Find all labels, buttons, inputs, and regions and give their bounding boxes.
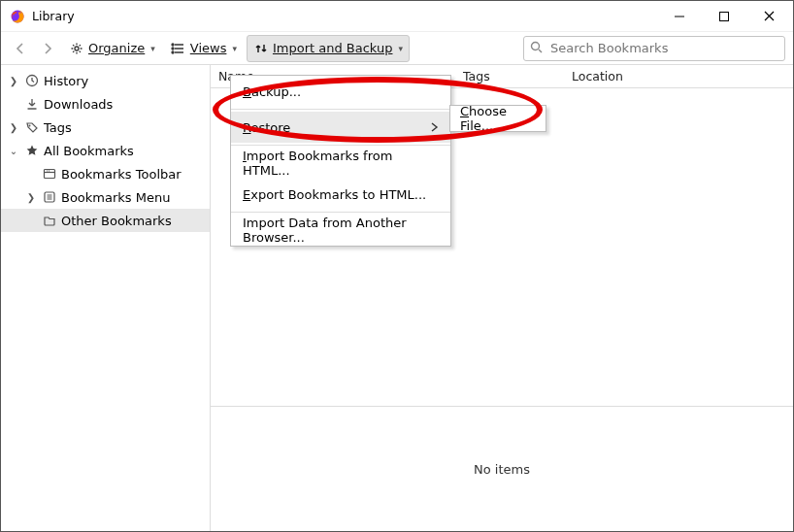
tree-label: Tags	[44, 120, 72, 135]
chevron-down-icon: ▾	[398, 44, 403, 53]
minimize-button[interactable]	[657, 2, 702, 31]
tree-label: All Bookmarks	[44, 144, 134, 158]
tree-item-downloads[interactable]: Downloads	[1, 92, 210, 116]
restore-submenu: Choose File...	[449, 105, 546, 132]
svg-point-2	[75, 47, 79, 50]
tree-item-other-bookmarks[interactable]: Other Bookmarks	[1, 209, 210, 232]
expand-icon[interactable]: ❯	[7, 122, 20, 133]
firefox-icon	[9, 8, 26, 25]
expand-icon[interactable]: ❯	[24, 192, 38, 203]
clock-icon	[24, 73, 40, 88]
titlebar: Library	[1, 1, 793, 32]
svg-point-6	[532, 42, 540, 50]
menu-separator	[231, 109, 450, 110]
tag-icon	[24, 119, 40, 135]
search-bookmarks-field[interactable]	[523, 36, 785, 61]
import-backup-menu-button[interactable]: Import and Backup ▾	[247, 35, 410, 62]
window-controls	[657, 2, 791, 31]
toolbar-icon	[42, 166, 57, 182]
library-window: Library Organize ▾	[0, 0, 794, 532]
tree-item-tags[interactable]: ❯ Tags	[1, 116, 210, 139]
organize-menu-button[interactable]: Organize ▾	[63, 35, 161, 62]
sidebar-tree: ❯ History Downloads ❯ Tags	[1, 65, 211, 531]
back-button[interactable]	[9, 37, 32, 60]
tree-label: Downloads	[44, 97, 113, 112]
list-icon	[171, 41, 186, 56]
import-backup-label: Import and Backup	[273, 41, 393, 55]
views-menu-button[interactable]: Views ▾	[165, 35, 243, 62]
import-backup-menu: Backup... Restore Import Bookmarks from …	[230, 75, 451, 247]
svg-point-3	[172, 44, 174, 46]
svg-point-4	[172, 48, 174, 50]
menu-separator	[231, 212, 450, 213]
menu-label: Backup...	[243, 84, 301, 99]
chevron-down-icon: ▾	[150, 44, 155, 53]
maximize-button[interactable]	[702, 2, 746, 31]
menu-item-restore[interactable]: Restore	[231, 112, 450, 143]
collapse-icon[interactable]: ⌄	[7, 146, 20, 156]
gear-icon	[69, 41, 84, 56]
menu-icon	[42, 189, 57, 205]
search-icon	[530, 41, 543, 56]
menu-label: Restore	[243, 120, 290, 135]
chevron-right-icon	[431, 120, 439, 135]
menu-separator	[231, 145, 450, 146]
chevron-down-icon: ▾	[232, 44, 237, 53]
tree-label: Bookmarks Menu	[61, 190, 170, 205]
column-header-location[interactable]: Location	[564, 69, 793, 83]
tree-item-history[interactable]: ❯ History	[1, 69, 210, 92]
no-items-label: No items	[211, 407, 793, 531]
import-export-icon	[253, 41, 269, 56]
menu-item-export-html[interactable]: Export Bookmarks to HTML...	[231, 179, 450, 210]
tree-label: Bookmarks Toolbar	[61, 167, 182, 182]
column-header-tags[interactable]: Tags	[455, 69, 564, 83]
expand-icon[interactable]: ❯	[7, 76, 20, 86]
svg-rect-1	[720, 12, 729, 20]
menu-item-choose-file[interactable]: Choose File...	[460, 104, 536, 133]
close-button[interactable]	[746, 2, 791, 31]
views-label: Views	[190, 41, 227, 55]
star-icon	[24, 143, 40, 158]
menu-label: Import Data from Another Browser...	[243, 216, 439, 245]
tree-item-bookmarks-toolbar[interactable]: Bookmarks Toolbar	[1, 162, 210, 185]
toolbar: Organize ▾ Views ▾ Import and Backup ▾	[1, 32, 793, 65]
folder-icon	[42, 213, 57, 228]
menu-label: Export Bookmarks to HTML...	[243, 187, 426, 202]
organize-label: Organize	[88, 41, 145, 55]
menu-item-import-html[interactable]: Import Bookmarks from HTML...	[231, 148, 450, 179]
svg-point-8	[29, 125, 31, 127]
window-title: Library	[32, 9, 657, 23]
search-input[interactable]	[548, 40, 778, 56]
download-icon	[24, 96, 40, 112]
menu-item-backup[interactable]: Backup...	[231, 76, 450, 107]
menu-label: Import Bookmarks from HTML...	[243, 149, 439, 178]
tree-item-bookmarks-menu[interactable]: ❯ Bookmarks Menu	[1, 185, 210, 209]
tree-label: Other Bookmarks	[61, 214, 172, 228]
svg-point-5	[172, 51, 174, 53]
menu-item-import-browser[interactable]: Import Data from Another Browser...	[231, 215, 450, 246]
tree-label: History	[44, 74, 88, 88]
forward-button[interactable]	[36, 37, 59, 60]
tree-item-all-bookmarks[interactable]: ⌄ All Bookmarks	[1, 139, 210, 162]
